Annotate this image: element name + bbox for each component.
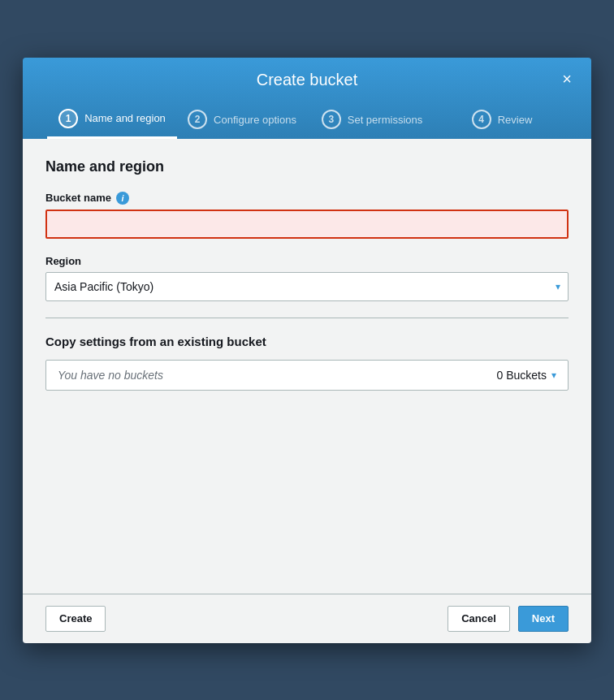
bucket-name-input[interactable]: [45, 210, 569, 239]
step-4-label: Review: [498, 114, 533, 126]
modal-title: Create bucket: [257, 71, 358, 89]
step-3-label: Set permissions: [348, 114, 422, 126]
modal-header: Create bucket × 1 Name and region 2 Conf…: [23, 58, 591, 139]
no-buckets-text: You have no buckets: [58, 369, 163, 382]
bucket-name-info-icon[interactable]: i: [116, 192, 129, 205]
step-4-review[interactable]: 4 Review: [437, 102, 567, 137]
buckets-count-chevron-icon: ▾: [551, 369, 556, 381]
step-3-circle: 3: [322, 110, 341, 129]
step-2-label: Configure options: [214, 114, 296, 126]
modal-footer: Create Cancel Next: [23, 594, 591, 643]
modal-body: Name and region Bucket name i Region US …: [23, 139, 591, 594]
step-2-configure[interactable]: 2 Configure options: [177, 102, 307, 137]
copy-section-title: Copy settings from an existing bucket: [45, 335, 569, 348]
section-title: Name and region: [45, 158, 569, 175]
region-select[interactable]: US East (N. Virginia) US East (Ohio) US …: [45, 272, 569, 301]
close-button[interactable]: ×: [559, 71, 575, 87]
buckets-count-row: 0 Buckets ▾: [497, 369, 556, 382]
region-label: Region: [45, 255, 569, 267]
step-2-circle: 2: [188, 110, 207, 129]
buckets-count: 0 Buckets: [497, 369, 547, 382]
divider: [45, 318, 569, 318]
footer-right-buttons: Cancel Next: [448, 606, 569, 632]
no-buckets-row[interactable]: You have no buckets 0 Buckets ▾: [45, 360, 569, 391]
bucket-name-field-group: Bucket name i: [45, 192, 569, 239]
bucket-name-label: Bucket name i: [45, 192, 569, 205]
cancel-button[interactable]: Cancel: [448, 606, 510, 632]
create-bucket-modal: Create bucket × 1 Name and region 2 Conf…: [23, 58, 591, 643]
next-button[interactable]: Next: [518, 606, 569, 632]
step-1-name-region[interactable]: 1 Name and region: [47, 101, 177, 139]
step-1-circle: 1: [58, 109, 78, 128]
step-1-label: Name and region: [84, 112, 166, 124]
region-select-wrapper: US East (N. Virginia) US East (Ohio) US …: [45, 272, 569, 301]
modal-title-row: Create bucket ×: [39, 71, 575, 101]
create-button[interactable]: Create: [45, 606, 106, 632]
step-3-permissions[interactable]: 3 Set permissions: [307, 102, 437, 137]
step-4-circle: 4: [472, 110, 491, 129]
region-field-group: Region US East (N. Virginia) US East (Oh…: [45, 255, 569, 301]
steps-row: 1 Name and region 2 Configure options 3 …: [39, 101, 575, 139]
